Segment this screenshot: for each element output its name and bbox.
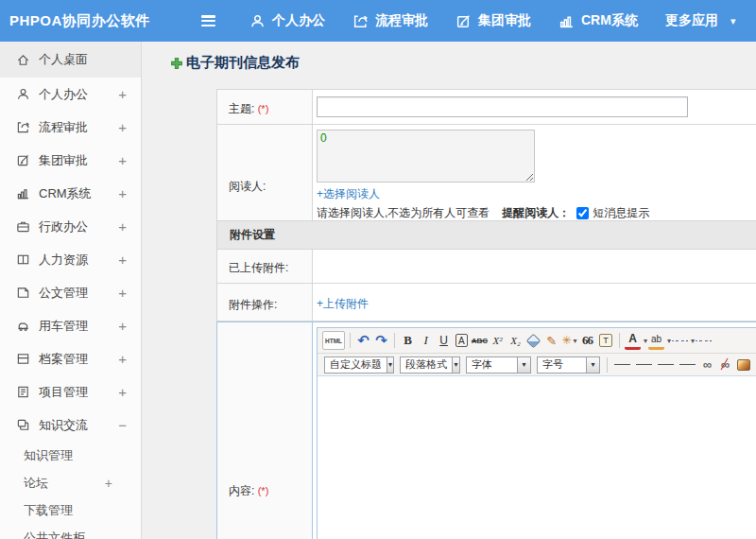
sidebar-item-personal-office[interactable]: 个人办公 + <box>0 78 141 111</box>
expand-plus-icon[interactable]: + <box>118 218 127 235</box>
nav-label: 集团审批 <box>478 12 531 29</box>
font-style-button[interactable]: A <box>455 334 468 347</box>
nav-workflow-approval[interactable]: 流程审批 <box>352 12 428 29</box>
align-right-icon[interactable] <box>658 359 674 370</box>
sidebar-item-archive-management[interactable]: 档案管理 + <box>0 342 141 375</box>
sidebar-subitem-forum[interactable]: 论坛 + <box>0 469 141 496</box>
attachment-op-label: 附件操作: <box>229 298 277 311</box>
sidebar-item-crm-system[interactable]: CRM系统 + <box>0 177 141 210</box>
highlight-color-button[interactable]: ab <box>648 331 664 350</box>
unordered-list-icon[interactable] <box>696 336 712 346</box>
expand-plus-icon[interactable]: + <box>118 252 127 268</box>
sidebar-item-group-approval[interactable]: 集团审批 + <box>0 144 141 177</box>
chevron-down-icon[interactable]: ▾ <box>730 15 736 27</box>
strikethrough-button[interactable]: ABC <box>472 331 488 350</box>
sidebar-item-vehicle-management[interactable]: 用车管理 + <box>0 309 141 342</box>
upload-attachment-link[interactable]: +上传附件 <box>317 297 369 310</box>
custom-title-select[interactable]: 自定义标题 ▾ <box>324 356 394 374</box>
nav-personal-office[interactable]: 个人办公 <box>249 12 325 29</box>
expand-plus-icon[interactable]: + <box>118 384 127 400</box>
subject-input[interactable] <box>317 96 688 117</box>
sidebar-subitem-label: 下载管理 <box>24 502 73 519</box>
select-label: 字号 <box>538 357 586 372</box>
book-icon <box>16 252 30 267</box>
expand-plus-icon[interactable]: + <box>118 119 127 135</box>
expand-plus-icon[interactable]: + <box>118 152 127 168</box>
blockquote-button[interactable]: 66 <box>579 331 595 350</box>
expand-plus-icon[interactable]: + <box>118 351 127 367</box>
readers-textarea[interactable]: 0 <box>317 130 535 183</box>
eraser-icon[interactable] <box>526 333 541 348</box>
insert-image-icon[interactable] <box>737 359 750 371</box>
sidebar-item-label: 人力资源 <box>39 252 88 269</box>
sidebar-subitem-public-file-cabinet[interactable]: 公共文件柜 <box>0 524 141 539</box>
required-mark: (*) <box>258 485 269 496</box>
insert-link-icon[interactable]: ∞ <box>699 356 715 374</box>
content-label: 内容: <box>229 484 254 497</box>
undo-button[interactable]: ↶ <box>355 331 371 350</box>
remove-link-icon[interactable]: ∞ <box>717 356 733 374</box>
paste-as-text-icon[interactable]: T <box>599 334 612 347</box>
auto-typeset-icon[interactable]: ✳▾ <box>561 331 577 350</box>
sms-checkbox[interactable] <box>576 207 589 219</box>
chevron-down-icon[interactable]: ▾ <box>644 337 647 345</box>
sidebar-item-personal-desktop[interactable]: 个人桌面 <box>0 42 141 78</box>
readers-value-cell: 0 +选择阅读人 请选择阅读人,不选为所有人可查看 提醒阅读人： 短消息提示 <box>313 125 756 220</box>
select-label: 自定义标题 <box>325 357 387 372</box>
select-label: 字体 <box>467 357 517 372</box>
select-readers-link[interactable]: +选择阅读人 <box>317 186 756 202</box>
sidebar-item-document-management[interactable]: 公文管理 + <box>0 276 141 309</box>
sidebar-item-label: 档案管理 <box>39 351 88 368</box>
sidebar-subitem-label: 知识管理 <box>24 447 73 464</box>
sidebar-item-human-resources[interactable]: 人力资源 + <box>0 243 141 276</box>
editor-content-area[interactable] <box>318 376 756 539</box>
main-content: 电子期刊信息发布 主题: (*) 阅读人: 0 +选择阅读人 请选择阅读人,不选… <box>142 42 756 539</box>
align-justify-icon[interactable] <box>679 359 696 370</box>
edit-icon <box>16 153 30 167</box>
chevron-down-icon: ▾ <box>586 357 599 373</box>
underline-button[interactable]: U <box>436 331 452 350</box>
chevron-down-icon[interactable]: ▾ <box>691 337 695 345</box>
paragraph-format-select[interactable]: 段落格式 ▾ <box>400 356 460 374</box>
superscript-button[interactable]: X² <box>490 331 506 350</box>
sidebar-item-label: 公文管理 <box>39 285 88 302</box>
sidebar-item-project-management[interactable]: 项目管理 + <box>0 375 141 409</box>
select-label: 段落格式 <box>401 357 452 372</box>
font-family-select[interactable]: 字体 ▾ <box>466 356 531 374</box>
format-brush-icon[interactable]: ✎ <box>543 331 559 350</box>
expand-plus-icon[interactable]: + <box>118 285 127 301</box>
expand-plus-icon[interactable]: + <box>118 318 127 334</box>
sidebar-subitem-knowledge-management[interactable]: 知识管理 <box>0 442 141 469</box>
attachment-op-value-cell: +上传附件 <box>313 284 756 321</box>
nav-more-apps[interactable]: 更多应用 <box>665 12 718 29</box>
source-code-button[interactable]: HTML <box>322 331 345 350</box>
nav-group-approval[interactable]: 集团审批 <box>455 12 531 29</box>
subscript-button[interactable]: X₂ <box>507 331 524 350</box>
chevron-down-icon[interactable]: ▾ <box>667 337 671 345</box>
font-color-button[interactable]: A <box>625 331 641 350</box>
bold-button[interactable]: B <box>400 331 416 350</box>
expand-plus-icon[interactable]: + <box>105 476 112 491</box>
sidebar-item-knowledge-exchange[interactable]: 知识交流 − <box>0 409 141 442</box>
ordered-list-icon[interactable] <box>672 336 688 346</box>
expand-plus-icon[interactable]: + <box>118 86 127 102</box>
content-value-cell: HTML ↶ ↷ B I U A ABC X² X₂ ✎ <box>313 322 756 539</box>
nav-crm-system[interactable]: CRM系统 <box>558 12 638 29</box>
expand-plus-icon[interactable]: + <box>118 185 127 201</box>
nav-label: CRM系统 <box>581 12 638 29</box>
hamburger-menu-icon[interactable] <box>201 15 215 26</box>
attachment-op-label-cell: 附件操作: <box>217 284 313 321</box>
italic-button[interactable]: I <box>418 331 434 350</box>
sidebar-item-label: 用车管理 <box>39 318 88 335</box>
font-size-select[interactable]: 字号 ▾ <box>537 356 600 374</box>
redo-button[interactable]: ↷ <box>373 331 389 350</box>
align-center-icon[interactable] <box>636 359 652 370</box>
sidebar-item-admin-office[interactable]: 行政办公 + <box>0 210 141 243</box>
sidebar-item-workflow-approval[interactable]: 流程审批 + <box>0 111 141 144</box>
uploaded-value-cell <box>313 250 756 283</box>
collapse-minus-icon[interactable]: − <box>118 417 127 433</box>
page-title-row: 电子期刊信息发布 <box>170 54 300 72</box>
chart-icon <box>558 13 575 29</box>
align-left-icon[interactable] <box>614 359 630 370</box>
sidebar-subitem-download-management[interactable]: 下载管理 <box>0 496 141 524</box>
